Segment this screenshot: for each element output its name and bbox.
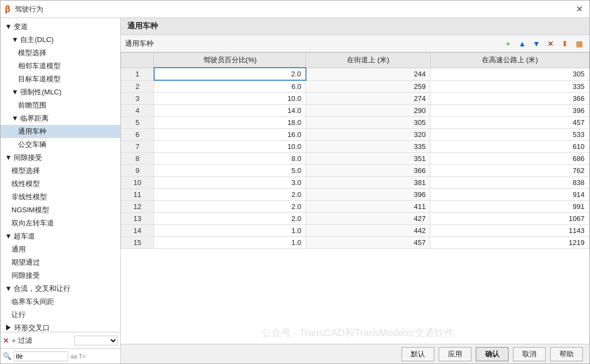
cell-percent[interactable]: 10.0 (154, 141, 306, 153)
sidebar-item-临界车头间距[interactable]: 临界车头间距 (1, 295, 120, 308)
sidebar-item-模型选择[interactable]: 模型选择 (1, 46, 120, 59)
panel-toolbar: 通用车种 + ▲ ▼ ✕ ⬍ ▦ (121, 35, 589, 52)
cell-percent[interactable]: 2.0 (154, 189, 306, 201)
table-row[interactable]: 414.0290396 (121, 105, 589, 117)
sidebar-item-公交车辆[interactable]: 公交车辆 (1, 138, 120, 151)
data-table: 驾驶员百分比(%) 在街道上 (米) 在高速公路上 (米) 12.0244305… (121, 52, 589, 249)
sidebar-item-双向左转车道[interactable]: 双向左转车道 (1, 217, 120, 230)
cell-index: 11 (121, 189, 154, 201)
cell-percent[interactable]: 1.0 (154, 225, 306, 237)
cell-street: 320 (306, 129, 430, 141)
col-header-street: 在街道上 (米) (306, 53, 430, 68)
chart-button[interactable]: ▦ (573, 38, 585, 50)
sidebar-item-模型选择2[interactable]: 模型选择 (1, 164, 120, 177)
cell-percent[interactable]: 1.0 (154, 237, 306, 249)
table-row[interactable]: 88.0351686 (121, 153, 589, 165)
add-row-button[interactable]: + (502, 38, 514, 50)
move-up-button[interactable]: ▲ (516, 38, 528, 50)
table-row[interactable]: 103.0381838 (121, 177, 589, 189)
sidebar-item-通用车种[interactable]: 通用车种 (1, 125, 120, 138)
cell-highway: 914 (430, 189, 589, 201)
close-button[interactable]: ✕ (573, 3, 585, 15)
toolbar-label: 通用车种 (125, 39, 154, 49)
sidebar-item-间隙接受[interactable]: ▼ 间隙接受 (1, 151, 120, 164)
filter-add-icon[interactable]: + (11, 336, 16, 345)
sidebar-item-变道[interactable]: ▼ 变道 (1, 20, 120, 33)
cell-index: 8 (121, 153, 154, 165)
cell-highway: 1143 (430, 225, 589, 237)
cell-highway: 533 (430, 129, 589, 141)
cell-percent[interactable]: 3.0 (154, 177, 306, 189)
sidebar-item-NGSIM模型[interactable]: NGSIM模型 (1, 204, 120, 217)
search-options[interactable]: aa T< (70, 353, 86, 360)
sidebar-item-让行[interactable]: 让行 (1, 308, 120, 321)
table-row[interactable]: 616.0320533 (121, 129, 589, 141)
table-row[interactable]: 141.04421143 (121, 225, 589, 237)
sidebar-search-bar: 🔍 aa T< (1, 348, 120, 363)
cell-index: 1 (121, 68, 154, 80)
cell-street: 366 (306, 165, 430, 177)
help-button[interactable]: 帮助 (550, 347, 583, 361)
cell-percent[interactable]: 8.0 (154, 153, 306, 165)
cell-highway: 396 (430, 105, 589, 117)
sidebar-item-超车道[interactable]: ▼ 超车道 (1, 230, 120, 243)
filter-clear-icon[interactable]: ✕ (3, 336, 9, 345)
cell-highway: 991 (430, 201, 589, 213)
table-row[interactable]: 518.0305457 (121, 117, 589, 129)
window-title: 驾驶行为 (15, 4, 573, 14)
sidebar-item-环形交叉口[interactable]: ▶ 环形交叉口 (1, 321, 120, 332)
cell-index: 3 (121, 93, 154, 105)
sidebar-item-合流交叉让行[interactable]: ▼ 合流，交叉和让行 (1, 282, 120, 295)
cell-percent[interactable]: 6.0 (154, 80, 306, 93)
cell-percent[interactable]: 2.0 (154, 213, 306, 225)
filter-dropdown[interactable] (74, 336, 118, 345)
sidebar-item-目标车道模型[interactable]: 目标车道模型 (1, 73, 120, 86)
panel-header: 通用车种 (121, 18, 589, 35)
cancel-button[interactable]: 取消 (513, 347, 546, 361)
sidebar-item-临界距离[interactable]: ▼ 临界距离 (1, 112, 120, 125)
sidebar-item-强制性MLC[interactable]: ▼ 强制性(MLC) (1, 86, 120, 99)
sidebar-item-非线性模型[interactable]: 非线性模型 (1, 190, 120, 204)
cell-percent[interactable]: 5.0 (154, 165, 306, 177)
cell-percent[interactable]: 14.0 (154, 105, 306, 117)
table-row[interactable]: 310.0274366 (121, 93, 589, 105)
apply-button[interactable]: 应用 (439, 347, 471, 361)
cell-index: 6 (121, 129, 154, 141)
table-row[interactable]: 710.0335610 (121, 141, 589, 153)
table-row[interactable]: 12.0244305 (121, 68, 589, 80)
search-icon: 🔍 (3, 352, 11, 360)
cell-highway: 610 (430, 141, 589, 153)
cell-street: 274 (306, 93, 430, 105)
cell-percent[interactable]: 2.0 (154, 68, 306, 80)
sidebar-item-期望通过[interactable]: 期望通过 (1, 256, 120, 269)
sidebar-item-线性模型[interactable]: 线性模型 (1, 177, 120, 190)
cell-percent[interactable]: 16.0 (154, 129, 306, 141)
cell-percent[interactable]: 2.0 (154, 201, 306, 213)
cell-highway: 366 (430, 93, 589, 105)
table-row[interactable]: 26.0259335 (121, 80, 589, 93)
table-row[interactable]: 95.0366762 (121, 165, 589, 177)
move-button[interactable]: ⬍ (559, 38, 571, 50)
sidebar-item-相邻车道模型[interactable]: 相邻车道模型 (1, 59, 120, 73)
cell-index: 9 (121, 165, 154, 177)
cell-index: 2 (121, 80, 154, 93)
table-row[interactable]: 112.0396914 (121, 189, 589, 201)
sidebar-item-间隙接受2[interactable]: 间隙接受 (1, 269, 120, 282)
sidebar-tree: ▼ 变道▼ 自主(DLC) 模型选择 相邻车道模型 目标车道模型▼ 强制性(ML… (1, 18, 120, 332)
default-button[interactable]: 默认 (402, 347, 434, 361)
sidebar-item-通用[interactable]: 通用 (1, 243, 120, 256)
ok-button[interactable]: 确认 (476, 347, 509, 361)
cell-percent[interactable]: 10.0 (154, 93, 306, 105)
cell-percent[interactable]: 18.0 (154, 117, 306, 129)
search-input[interactable] (14, 351, 68, 361)
table-row[interactable]: 132.04271067 (121, 213, 589, 225)
cell-street: 442 (306, 225, 430, 237)
sidebar-item-自主DLC[interactable]: ▼ 自主(DLC) (1, 33, 120, 46)
delete-row-button[interactable]: ✕ (545, 38, 557, 50)
table-row[interactable]: 151.04571219 (121, 237, 589, 249)
table-row[interactable]: 122.0411991 (121, 201, 589, 213)
sidebar-item-前瞻范围[interactable]: 前瞻范围 (1, 99, 120, 112)
move-down-button[interactable]: ▼ (530, 38, 542, 50)
table-header-row: 驾驶员百分比(%) 在街道上 (米) 在高速公路上 (米) (121, 53, 589, 68)
cell-index: 12 (121, 201, 154, 213)
